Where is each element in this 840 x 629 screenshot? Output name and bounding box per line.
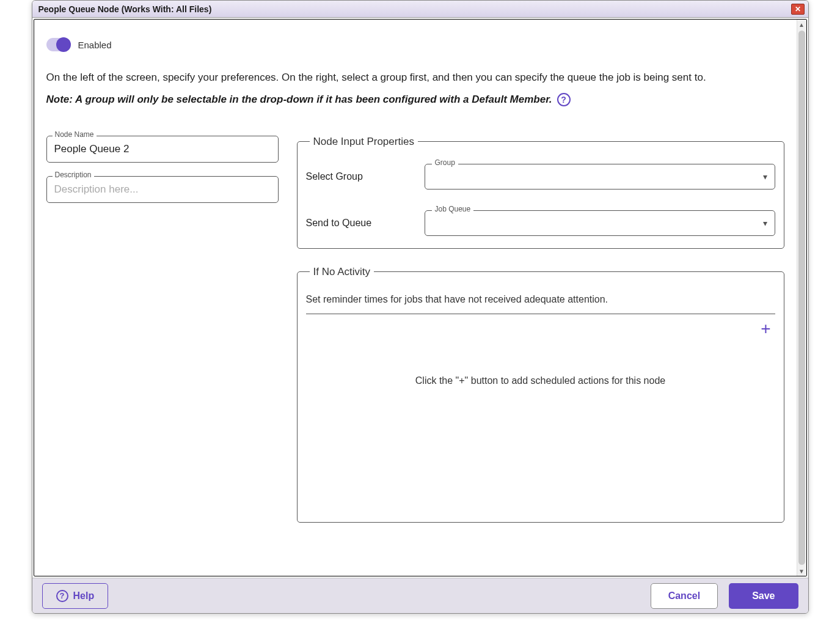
select-group-row: Select Group Group ▾ [306,164,775,189]
left-column: Node Name Description [46,136,279,216]
group-select[interactable]: ▾ [425,164,775,189]
dialog-window: People Queue Node (Works With: All Files… [32,0,809,614]
node-input-legend: Node Input Properties [310,136,418,148]
footer-actions: Cancel Save [651,583,798,609]
node-name-label: Node Name [53,130,97,139]
job-queue-floating-label: Job Queue [432,205,474,213]
vertical-scrollbar[interactable]: ▲ ▼ [797,20,806,576]
description-input[interactable] [46,176,279,203]
no-activity-empty-message: Click the "+" button to add scheduled ac… [306,375,775,386]
right-column: Node Input Properties Select Group Group… [297,136,784,540]
add-action-button[interactable]: + [757,319,775,339]
save-button[interactable]: Save [729,583,798,609]
dialog-footer: ? Help Cancel Save [32,578,808,613]
no-activity-description: Set reminder times for jobs that have no… [306,294,775,314]
send-queue-label: Send to Queue [306,218,410,229]
main-content: Enabled On the left of the screen, speci… [34,20,797,576]
note-help-icon[interactable]: ? [557,93,571,106]
node-input-panel: Node Input Properties Select Group Group… [297,136,784,249]
description-label: Description [53,171,94,179]
help-button-label: Help [73,590,95,601]
close-button[interactable]: ✕ [791,4,805,15]
cancel-button[interactable]: Cancel [651,583,718,609]
note-text: Note: A group will only be selectable in… [46,94,552,106]
content-area: Enabled On the left of the screen, speci… [34,19,807,576]
group-floating-label: Group [432,158,458,167]
no-activity-panel: If No Activity Set reminder times for jo… [297,266,784,523]
node-name-field: Node Name [46,136,279,163]
select-group-label: Select Group [306,171,410,182]
intro-text: On the left of the screen, specify your … [46,70,784,86]
job-queue-select[interactable]: ▾ [425,210,775,236]
scroll-down-arrow-icon[interactable]: ▼ [797,566,806,576]
enabled-toggle-row: Enabled [46,38,784,51]
send-queue-row: Send to Queue Job Queue ▾ [306,210,775,236]
enabled-toggle[interactable] [46,38,71,51]
node-name-input[interactable] [46,136,279,163]
scroll-up-arrow-icon[interactable]: ▲ [797,20,806,29]
titlebar: People Queue Node (Works With: All Files… [32,1,808,18]
help-icon: ? [56,590,68,602]
chevron-down-icon: ▾ [763,172,767,182]
description-field: Description [46,176,279,203]
no-activity-legend: If No Activity [310,266,374,278]
close-icon: ✕ [795,5,801,13]
add-action-row: + [306,319,775,339]
window-title: People Queue Node (Works With: All Files… [38,4,212,14]
help-button[interactable]: ? Help [42,583,109,609]
enabled-label: Enabled [78,40,112,50]
note-row: Note: A group will only be selectable in… [46,93,784,106]
form-columns: Node Name Description Node Input Propert… [46,136,784,540]
plus-icon: + [761,319,770,338]
toggle-knob [56,37,71,52]
scroll-thumb[interactable] [798,31,805,565]
chevron-down-icon: ▾ [763,218,767,228]
job-queue-select-wrap: Job Queue ▾ [425,210,775,236]
group-select-wrap: Group ▾ [425,164,775,189]
